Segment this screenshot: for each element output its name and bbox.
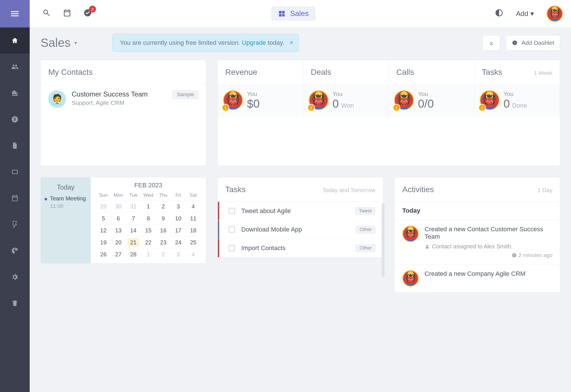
calendar-day[interactable]: 31 bbox=[126, 201, 141, 213]
calendar-day[interactable]: 27 bbox=[111, 249, 126, 261]
calendar-month: FEB 2023 bbox=[96, 182, 201, 189]
sidebar-item-reports[interactable] bbox=[0, 238, 30, 264]
tab-sales[interactable]: Sales bbox=[271, 6, 315, 21]
task-row[interactable]: Import ContactsOther bbox=[218, 239, 383, 258]
clock-icon bbox=[512, 253, 517, 258]
calendar-day[interactable]: 6 bbox=[111, 213, 126, 225]
contact-tag: Sample bbox=[172, 90, 198, 99]
calendar-day[interactable]: 29 bbox=[96, 201, 111, 213]
calendar-day[interactable]: 26 bbox=[96, 249, 111, 261]
activity-text: Created a new Company Agile CRM bbox=[425, 270, 552, 278]
task-tag: Other bbox=[356, 226, 375, 234]
calendar-icon[interactable] bbox=[63, 9, 71, 19]
rank-badge: 1 bbox=[478, 104, 486, 111]
calendar-day[interactable]: 10 bbox=[171, 213, 186, 225]
sidebar-item-settings[interactable] bbox=[0, 264, 30, 290]
sidebar-item-contacts[interactable] bbox=[0, 54, 30, 80]
activities-scope: 1 Day bbox=[538, 187, 552, 194]
sidebar-item-home[interactable] bbox=[0, 27, 30, 54]
calendar-day[interactable]: 3 bbox=[171, 249, 186, 261]
calendar-day[interactable]: 15 bbox=[141, 225, 156, 237]
close-icon[interactable]: ✕ bbox=[289, 40, 293, 46]
calendar-day[interactable]: 21 bbox=[126, 237, 141, 249]
task-checkbox[interactable] bbox=[229, 245, 235, 251]
stat-head-tasks: Tasks1 Week bbox=[475, 60, 560, 85]
add-dashlet-button[interactable]: Add Dashlet bbox=[506, 35, 560, 51]
sidebar-item-calendar[interactable] bbox=[0, 185, 30, 211]
calendar-day[interactable]: 2 bbox=[156, 249, 171, 261]
sidebar-item-companies[interactable] bbox=[0, 80, 30, 106]
calendar-day[interactable]: 18 bbox=[186, 225, 201, 237]
calendar-day[interactable]: 19 bbox=[96, 237, 111, 249]
tasks-badge: 2 bbox=[89, 6, 96, 13]
page-title-dropdown[interactable]: Sales ▾ bbox=[41, 36, 77, 50]
tasks-scope: Today and Tomorrow bbox=[323, 187, 375, 194]
stat-calls: 1 You0/0 bbox=[389, 85, 475, 117]
download-button[interactable] bbox=[482, 35, 500, 51]
calendar-day[interactable]: 3 bbox=[171, 201, 186, 213]
add-dashlet-label: Add Dashlet bbox=[522, 39, 554, 46]
calendar-weekday: Thu bbox=[156, 191, 171, 201]
calendar-event[interactable]: Team Meeting bbox=[45, 195, 87, 202]
contact-row[interactable]: 🧑‍💼 Customer Success Team Support, Agile… bbox=[48, 90, 198, 108]
tasks-icon[interactable]: 2 bbox=[83, 9, 92, 19]
stat-head-deals: Deals bbox=[303, 60, 389, 85]
calendar-day[interactable]: 25 bbox=[186, 237, 201, 249]
calendar-grid[interactable]: SunMonTueWedThuFriSat 293031123456789101… bbox=[96, 191, 201, 260]
task-tag: Other bbox=[356, 244, 375, 252]
sidebar-item-trash[interactable] bbox=[0, 290, 30, 316]
calendar-day[interactable]: 30 bbox=[111, 201, 126, 213]
task-row[interactable]: Tweet about AgileTweet bbox=[218, 202, 383, 220]
calendar-day[interactable]: 17 bbox=[171, 225, 186, 237]
calendar-day[interactable]: 13 bbox=[111, 225, 126, 237]
add-menu[interactable]: Add ▾ bbox=[516, 10, 534, 18]
user-avatar[interactable] bbox=[546, 5, 563, 22]
upgrade-link[interactable]: Upgrade bbox=[242, 39, 266, 46]
sidebar bbox=[0, 0, 30, 392]
calendar-day[interactable]: 22 bbox=[141, 237, 156, 249]
today-panel: Today Team Meeting 11:00 bbox=[41, 177, 91, 264]
calendar-day[interactable]: 24 bbox=[171, 237, 186, 249]
user-avatar bbox=[402, 226, 419, 242]
event-title: Team Meeting bbox=[50, 195, 86, 202]
calendar-day[interactable]: 9 bbox=[156, 213, 171, 225]
calendar-day[interactable]: 1 bbox=[141, 249, 156, 261]
sidebar-item-documents[interactable] bbox=[0, 132, 30, 159]
you-label: You bbox=[333, 91, 354, 97]
calendar-day[interactable]: 23 bbox=[156, 237, 171, 249]
activities-group: Today bbox=[395, 202, 560, 220]
theme-toggle-icon[interactable] bbox=[495, 9, 503, 19]
calendar-day[interactable]: 16 bbox=[156, 225, 171, 237]
sidebar-item-activities[interactable] bbox=[0, 211, 30, 238]
calendar-day[interactable]: 14 bbox=[126, 225, 141, 237]
calendar-day[interactable]: 5 bbox=[96, 213, 111, 225]
contact-meta: Support, Agile CRM bbox=[72, 99, 167, 106]
chevron-down-icon: ▾ bbox=[530, 10, 534, 18]
calendar-day[interactable]: 1 bbox=[141, 201, 156, 213]
calendar-day[interactable]: 7 bbox=[126, 213, 141, 225]
calendar-day[interactable]: 11 bbox=[186, 213, 201, 225]
menu-toggle[interactable] bbox=[0, 0, 30, 27]
event-time: 11:00 bbox=[50, 203, 87, 209]
activity-row[interactable]: Created a new Contact Customer Success T… bbox=[395, 220, 560, 264]
calendar-day[interactable]: 28 bbox=[126, 249, 141, 261]
calendar-day[interactable]: 4 bbox=[186, 201, 201, 213]
scrollbar[interactable] bbox=[382, 203, 385, 277]
activity-row[interactable]: Created a new Company Agile CRM bbox=[395, 264, 560, 293]
calendar-day[interactable]: 8 bbox=[141, 213, 156, 225]
task-checkbox[interactable] bbox=[229, 226, 235, 233]
sidebar-item-cases[interactable] bbox=[0, 159, 30, 185]
rank-badge: 1 bbox=[307, 104, 315, 111]
stat-value: 0 bbox=[504, 97, 510, 110]
search-icon[interactable] bbox=[42, 9, 51, 19]
sidebar-item-deals[interactable] bbox=[0, 106, 30, 132]
tasks-title: Tasks bbox=[225, 185, 246, 194]
calendar-day[interactable]: 2 bbox=[156, 201, 171, 213]
calendar-day[interactable]: 4 bbox=[186, 249, 201, 261]
plus-circle-icon bbox=[512, 40, 518, 46]
calendar-day[interactable]: 20 bbox=[111, 237, 126, 249]
task-row[interactable]: Download Mobile AppOther bbox=[218, 220, 383, 239]
task-checkbox[interactable] bbox=[229, 208, 235, 214]
calendar-day[interactable]: 12 bbox=[96, 225, 111, 237]
stat-period: 1 Week bbox=[534, 70, 552, 76]
